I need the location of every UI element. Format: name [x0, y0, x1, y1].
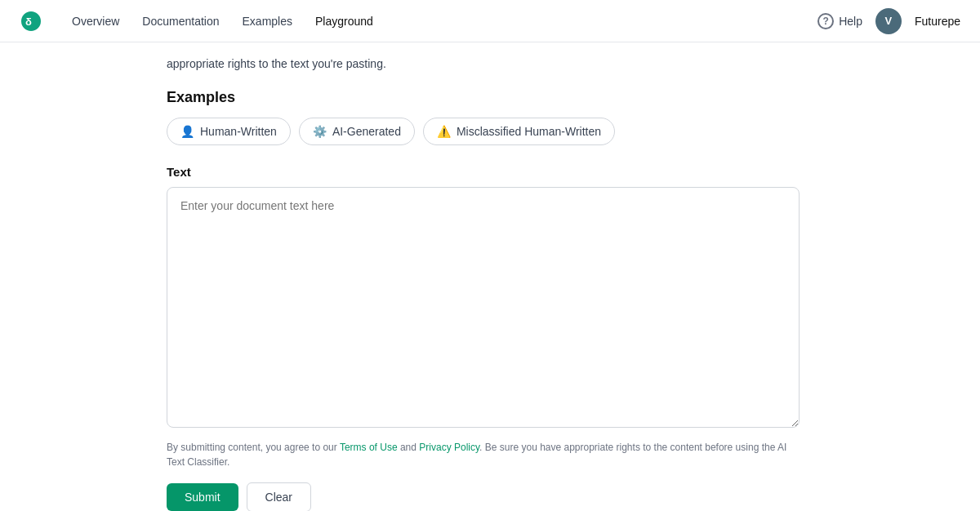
terms-before: By submitting content, you agree to our [167, 442, 340, 453]
terms-of-use-link[interactable]: Terms of Use [340, 442, 398, 453]
help-label: Help [839, 15, 862, 28]
nav-link-overview[interactable]: Overview [62, 10, 129, 33]
example-human-written[interactable]: 👤 Human-Written [167, 118, 291, 145]
content-area: appropriate rights to the text you're pa… [167, 42, 820, 511]
avatar: V [875, 8, 902, 34]
terms-and: and [398, 442, 420, 453]
nav-right: ? Help V Futurepe [817, 8, 960, 34]
privacy-policy-link[interactable]: Privacy Policy [419, 442, 479, 453]
navigation: δ Overview Documentation Examples Playgr… [0, 0, 980, 42]
gear-icon: ⚙️ [313, 125, 327, 138]
example-misclassified[interactable]: ⚠️ Misclassified Human-Written [423, 118, 615, 145]
terms-text: By submitting content, you agree to our … [167, 440, 800, 469]
nav-link-playground[interactable]: Playground [305, 10, 383, 33]
nav-link-documentation[interactable]: Documentation [132, 10, 229, 33]
nav-links: Overview Documentation Examples Playgrou… [62, 10, 817, 33]
username: Futurepe [915, 15, 960, 28]
help-icon: ? [817, 13, 834, 29]
example-misclassified-label: Misclassified Human-Written [457, 125, 601, 138]
svg-text:δ: δ [25, 16, 32, 28]
clear-button[interactable]: Clear [247, 482, 311, 511]
example-ai-generated[interactable]: ⚙️ AI-Generated [299, 118, 415, 145]
action-row: Submit Clear [167, 482, 800, 511]
document-text-input[interactable] [167, 187, 800, 428]
warning-icon: ⚠️ [437, 125, 451, 138]
example-human-written-label: Human-Written [200, 125, 277, 138]
logo: δ [20, 10, 42, 33]
main-content: appropriate rights to the text you're pa… [0, 42, 980, 511]
top-notice: appropriate rights to the text you're pa… [167, 42, 800, 73]
nav-link-examples[interactable]: Examples [233, 10, 302, 33]
text-label: Text [167, 165, 800, 179]
examples-title: Examples [167, 89, 800, 106]
submit-button[interactable]: Submit [167, 483, 238, 511]
help-button[interactable]: ? Help [817, 13, 862, 29]
example-ai-generated-label: AI-Generated [332, 125, 401, 138]
examples-row: 👤 Human-Written ⚙️ AI-Generated ⚠️ Miscl… [167, 118, 800, 145]
person-icon: 👤 [180, 125, 194, 138]
